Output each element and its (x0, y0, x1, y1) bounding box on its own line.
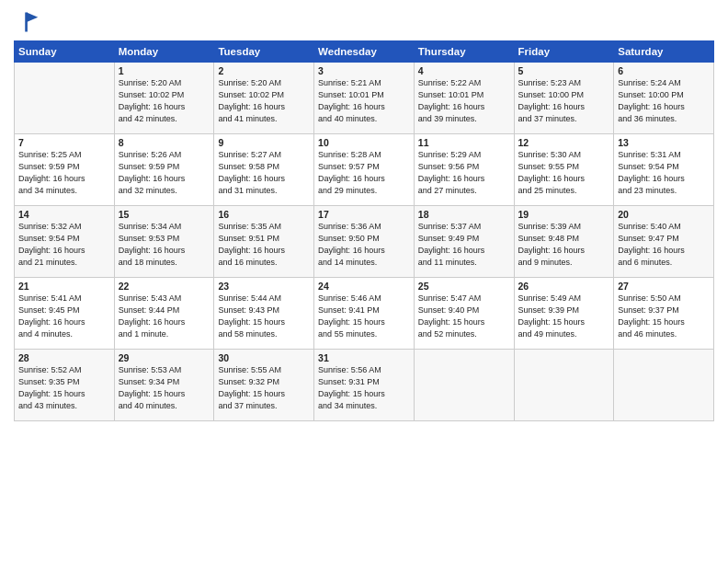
day-info: Sunrise: 5:24 AMSunset: 10:00 PMDaylight… (618, 77, 710, 125)
day-number: 13 (618, 137, 710, 148)
day-number: 15 (119, 209, 210, 220)
day-cell: 18Sunrise: 5:37 AMSunset: 9:49 PMDayligh… (414, 206, 514, 278)
day-cell: 2Sunrise: 5:20 AMSunset: 10:02 PMDayligh… (214, 63, 314, 134)
day-info: Sunrise: 5:37 AMSunset: 9:49 PMDaylight:… (418, 221, 510, 269)
day-cell: 10Sunrise: 5:28 AMSunset: 9:57 PMDayligh… (314, 134, 415, 206)
day-number: 1 (119, 65, 210, 76)
day-cell: 3Sunrise: 5:21 AMSunset: 10:01 PMDayligh… (314, 63, 415, 134)
day-info: Sunrise: 5:20 AMSunset: 10:02 PMDaylight… (218, 77, 310, 125)
day-info: Sunrise: 5:31 AMSunset: 9:54 PMDaylight:… (618, 149, 710, 197)
day-number: 6 (618, 65, 710, 76)
day-info: Sunrise: 5:50 AMSunset: 9:37 PMDaylight:… (618, 293, 710, 340)
day-number: 8 (119, 137, 210, 148)
day-info: Sunrise: 5:34 AMSunset: 9:53 PMDaylight:… (119, 221, 210, 269)
day-cell: 12Sunrise: 5:30 AMSunset: 9:55 PMDayligh… (514, 134, 614, 206)
day-info: Sunrise: 5:30 AMSunset: 9:55 PMDaylight:… (518, 149, 610, 197)
day-info: Sunrise: 5:36 AMSunset: 9:50 PMDaylight:… (318, 221, 410, 269)
day-cell: 5Sunrise: 5:23 AMSunset: 10:00 PMDayligh… (514, 63, 614, 134)
day-number: 30 (218, 352, 310, 363)
day-cell (514, 350, 614, 421)
day-cell: 4Sunrise: 5:22 AMSunset: 10:01 PMDayligh… (414, 63, 514, 134)
day-info: Sunrise: 5:32 AMSunset: 9:54 PMDaylight:… (18, 221, 110, 269)
day-number: 20 (618, 209, 710, 220)
day-info: Sunrise: 5:47 AMSunset: 9:40 PMDaylight:… (418, 293, 510, 340)
day-info: Sunrise: 5:43 AMSunset: 9:44 PMDaylight:… (119, 293, 210, 340)
day-cell: 22Sunrise: 5:43 AMSunset: 9:44 PMDayligh… (114, 278, 214, 350)
day-cell (15, 63, 115, 134)
week-row-1: 1Sunrise: 5:20 AMSunset: 10:02 PMDayligh… (15, 63, 714, 134)
day-cell: 23Sunrise: 5:44 AMSunset: 9:43 PMDayligh… (214, 278, 314, 350)
day-number: 12 (518, 137, 610, 148)
calendar-table: SundayMondayTuesdayWednesdayThursdayFrid… (14, 40, 714, 421)
day-info: Sunrise: 5:53 AMSunset: 9:34 PMDaylight:… (119, 364, 210, 412)
day-number: 4 (418, 65, 510, 76)
day-number: 18 (418, 209, 510, 220)
day-cell: 29Sunrise: 5:53 AMSunset: 9:34 PMDayligh… (114, 350, 214, 421)
day-number: 29 (119, 352, 210, 363)
page: SundayMondayTuesdayWednesdayThursdayFrid… (0, 0, 728, 563)
day-number: 28 (18, 352, 110, 363)
day-cell (614, 350, 714, 421)
day-number: 27 (618, 281, 710, 292)
day-number: 10 (318, 137, 410, 148)
day-number: 9 (218, 137, 310, 148)
header-cell-tuesday: Tuesday (214, 41, 314, 63)
week-row-2: 7Sunrise: 5:25 AMSunset: 9:59 PMDaylight… (15, 134, 714, 206)
day-number: 24 (318, 281, 410, 292)
day-info: Sunrise: 5:44 AMSunset: 9:43 PMDaylight:… (218, 293, 310, 340)
day-cell: 13Sunrise: 5:31 AMSunset: 9:54 PMDayligh… (614, 134, 714, 206)
day-number: 19 (518, 209, 610, 220)
day-info: Sunrise: 5:40 AMSunset: 9:47 PMDaylight:… (618, 221, 710, 269)
day-cell: 9Sunrise: 5:27 AMSunset: 9:58 PMDaylight… (214, 134, 314, 206)
day-cell: 11Sunrise: 5:29 AMSunset: 9:56 PMDayligh… (414, 134, 514, 206)
day-cell: 16Sunrise: 5:35 AMSunset: 9:51 PMDayligh… (214, 206, 314, 278)
day-cell: 26Sunrise: 5:49 AMSunset: 9:39 PMDayligh… (514, 278, 614, 350)
header-row: SundayMondayTuesdayWednesdayThursdayFrid… (15, 41, 714, 63)
day-cell (414, 350, 514, 421)
header-cell-saturday: Saturday (614, 41, 714, 63)
day-info: Sunrise: 5:29 AMSunset: 9:56 PMDaylight:… (418, 149, 510, 197)
day-number: 26 (518, 281, 610, 292)
day-number: 16 (218, 209, 310, 220)
header (14, 9, 714, 35)
day-info: Sunrise: 5:22 AMSunset: 10:01 PMDaylight… (418, 77, 510, 125)
day-number: 2 (218, 65, 310, 76)
logo (14, 9, 43, 35)
day-number: 31 (318, 352, 410, 363)
day-cell: 21Sunrise: 5:41 AMSunset: 9:45 PMDayligh… (15, 278, 115, 350)
day-info: Sunrise: 5:21 AMSunset: 10:01 PMDaylight… (318, 77, 410, 125)
day-cell: 31Sunrise: 5:56 AMSunset: 9:31 PMDayligh… (314, 350, 415, 421)
day-cell: 15Sunrise: 5:34 AMSunset: 9:53 PMDayligh… (114, 206, 214, 278)
header-cell-monday: Monday (114, 41, 214, 63)
day-cell: 6Sunrise: 5:24 AMSunset: 10:00 PMDayligh… (614, 63, 714, 134)
header-cell-friday: Friday (514, 41, 614, 63)
day-cell: 24Sunrise: 5:46 AMSunset: 9:41 PMDayligh… (314, 278, 415, 350)
day-cell: 14Sunrise: 5:32 AMSunset: 9:54 PMDayligh… (15, 206, 115, 278)
day-number: 3 (318, 65, 410, 76)
day-number: 22 (119, 281, 210, 292)
day-info: Sunrise: 5:35 AMSunset: 9:51 PMDaylight:… (218, 221, 310, 269)
day-number: 25 (418, 281, 510, 292)
day-cell: 20Sunrise: 5:40 AMSunset: 9:47 PMDayligh… (614, 206, 714, 278)
week-row-4: 21Sunrise: 5:41 AMSunset: 9:45 PMDayligh… (15, 278, 714, 350)
day-info: Sunrise: 5:26 AMSunset: 9:59 PMDaylight:… (119, 149, 210, 197)
day-cell: 1Sunrise: 5:20 AMSunset: 10:02 PMDayligh… (114, 63, 214, 134)
day-info: Sunrise: 5:56 AMSunset: 9:31 PMDaylight:… (318, 364, 410, 412)
day-info: Sunrise: 5:41 AMSunset: 9:45 PMDaylight:… (18, 293, 110, 340)
day-info: Sunrise: 5:49 AMSunset: 9:39 PMDaylight:… (518, 293, 610, 340)
day-number: 17 (318, 209, 410, 220)
header-cell-thursday: Thursday (414, 41, 514, 63)
day-info: Sunrise: 5:52 AMSunset: 9:35 PMDaylight:… (18, 364, 110, 412)
day-cell: 7Sunrise: 5:25 AMSunset: 9:59 PMDaylight… (15, 134, 115, 206)
header-cell-sunday: Sunday (15, 41, 115, 63)
day-cell: 19Sunrise: 5:39 AMSunset: 9:48 PMDayligh… (514, 206, 614, 278)
day-cell: 8Sunrise: 5:26 AMSunset: 9:59 PMDaylight… (114, 134, 214, 206)
day-cell: 25Sunrise: 5:47 AMSunset: 9:40 PMDayligh… (414, 278, 514, 350)
week-row-3: 14Sunrise: 5:32 AMSunset: 9:54 PMDayligh… (15, 206, 714, 278)
day-cell: 30Sunrise: 5:55 AMSunset: 9:32 PMDayligh… (214, 350, 314, 421)
day-number: 21 (18, 281, 110, 292)
day-cell: 28Sunrise: 5:52 AMSunset: 9:35 PMDayligh… (15, 350, 115, 421)
logo-icon (14, 9, 40, 35)
day-info: Sunrise: 5:28 AMSunset: 9:57 PMDaylight:… (318, 149, 410, 197)
day-number: 14 (18, 209, 110, 220)
